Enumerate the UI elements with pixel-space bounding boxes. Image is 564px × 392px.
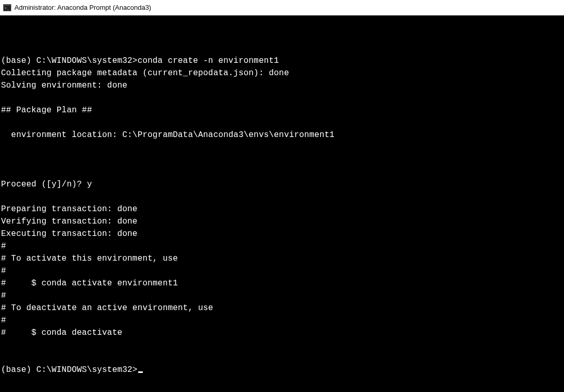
terminal-line: Preparing transaction: done [1, 203, 563, 215]
terminal-line: # $ conda deactivate [1, 327, 563, 339]
terminal-line [1, 339, 563, 351]
terminal-line: Collecting package metadata (current_rep… [1, 67, 563, 79]
terminal-line [1, 92, 563, 104]
svg-text:>_: >_ [5, 6, 9, 10]
terminal-line: (base) C:\WINDOWS\system32>conda create … [1, 55, 563, 67]
terminal-line [1, 141, 563, 154]
cursor-icon [138, 371, 143, 373]
terminal-line: # [1, 240, 563, 252]
terminal-line: Solving environment: done [1, 79, 563, 92]
terminal-line [1, 191, 563, 203]
window-titlebar: >_ Administrator: Anaconda Prompt (Anaco… [0, 0, 564, 15]
terminal-icon: >_ [3, 4, 11, 12]
terminal-line: Proceed ([y]/n)? y [1, 178, 563, 191]
terminal-line [1, 154, 563, 166]
terminal-line: # To deactivate an active environment, u… [1, 302, 563, 314]
terminal-line: ## Package Plan ## [1, 104, 563, 116]
terminal-prompt-line: (base) C:\WINDOWS\system32> [1, 364, 563, 376]
terminal-line: environment location: C:\ProgramData\Ana… [1, 129, 563, 141]
terminal-line: # [1, 314, 563, 327]
terminal-line: Executing transaction: done [1, 228, 563, 240]
terminal-area[interactable]: (base) C:\WINDOWS\system32>conda create … [0, 15, 564, 392]
terminal-line [1, 166, 563, 178]
terminal-output: (base) C:\WINDOWS\system32>conda create … [1, 42, 563, 364]
terminal-line: # [1, 289, 563, 302]
terminal-line: # To activate this environment, use [1, 252, 563, 265]
terminal-line: Verifying transaction: done [1, 215, 563, 228]
terminal-prompt: (base) C:\WINDOWS\system32> [1, 365, 138, 374]
window-title: Administrator: Anaconda Prompt (Anaconda… [14, 4, 151, 11]
terminal-line [1, 116, 563, 129]
terminal-line [1, 351, 563, 364]
terminal-line: # [1, 265, 563, 277]
terminal-line: # $ conda activate environment1 [1, 277, 563, 289]
terminal-line [1, 42, 563, 55]
